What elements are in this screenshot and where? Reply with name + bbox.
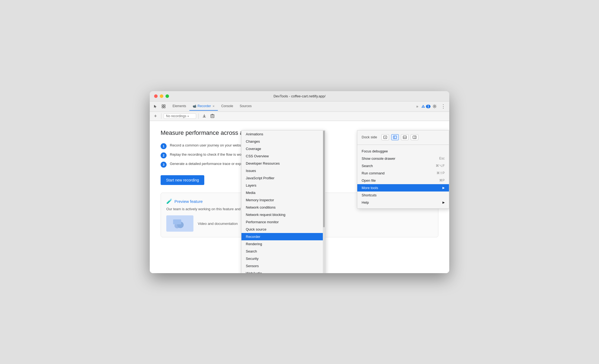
svg-rect-3 [164, 107, 165, 108]
recordings-dropdown[interactable]: No recordings ▾ [164, 113, 196, 119]
context-item-focus-debuggee[interactable]: Focus debuggee [357, 148, 449, 155]
context-item-more-tools[interactable]: More tools▶ [357, 184, 449, 191]
dock-right-btn[interactable] [411, 134, 418, 140]
svg-rect-13 [173, 219, 181, 224]
more-tools-item-network-request-blocking[interactable]: Network request blocking [241, 211, 325, 218]
shortcut-open-file: ⌘P [439, 178, 445, 182]
dock-undock-btn[interactable] [381, 134, 389, 140]
start-recording-btn[interactable]: Start new recording [161, 175, 204, 185]
step-num-3: 3 [161, 162, 167, 168]
svg-rect-1 [164, 105, 165, 106]
context-item-help[interactable]: Help▶ [357, 199, 449, 206]
svg-rect-20 [415, 136, 416, 139]
context-item-run-command[interactable]: Run command⌘⇧P [357, 170, 449, 177]
more-menu-btn[interactable]: ⋮ [439, 103, 447, 110]
context-items-list: Focus debuggeeShow console drawerEscSear… [357, 148, 449, 206]
recorder-toolbar: + No recordings ▾ [150, 112, 449, 121]
add-recording-btn[interactable]: + [152, 113, 159, 120]
step-3-text: Generate a detailed performance trace or… [170, 162, 251, 166]
svg-rect-7 [211, 115, 214, 118]
more-tools-item-sensors[interactable]: Sensors [241, 262, 325, 270]
more-tools-item-animations[interactable]: Animations [241, 130, 325, 138]
more-tools-item-performance-monitor[interactable]: Performance monitor [241, 218, 325, 226]
context-item-open-file[interactable]: Open file⌘P [357, 177, 449, 184]
more-tabs-btn[interactable]: » [413, 103, 421, 110]
settings-btn[interactable] [431, 103, 438, 110]
step-num-2: 2 [161, 152, 167, 158]
video-doc-label: Video and documentation [198, 222, 238, 226]
recorder-icon: 📹 [193, 104, 196, 108]
svg-rect-16 [393, 136, 395, 139]
more-tools-item-javascript-profiler[interactable]: JavaScript Profiler [241, 174, 325, 182]
svg-rect-0 [162, 105, 163, 106]
more-tools-item-recorder[interactable]: Recorder [241, 233, 325, 240]
inspect-icon-btn[interactable] [160, 103, 167, 110]
tabs-bar: Elements 📹 Recorder ✕ Console Sources » [150, 101, 449, 112]
context-item-shortcuts[interactable]: Shortcuts [357, 191, 449, 199]
close-traffic-light[interactable] [154, 94, 158, 98]
dock-left-btn[interactable] [391, 134, 399, 140]
window-title: DevTools - coffee-cart.netlify.app/ [273, 94, 326, 98]
more-tools-dropdown: AnimationsChangesCoverageCSS OverviewDev… [241, 130, 325, 273]
devtools-window: DevTools - coffee-cart.netlify.app/ [150, 91, 449, 273]
more-tools-item-memory-inspector[interactable]: Memory Inspector [241, 196, 325, 204]
more-tools-item-security[interactable]: Security [241, 255, 325, 262]
delete-btn[interactable] [209, 113, 216, 120]
dropdown-scrollbar[interactable] [323, 130, 325, 273]
flask-icon: 🧪 [166, 198, 172, 204]
more-tools-item-quick-source[interactable]: Quick source [241, 226, 325, 233]
recorder-close-icon[interactable]: ✕ [212, 105, 215, 108]
toolbar-divider [161, 113, 161, 119]
shortcut-show-console-drawer: Esc [439, 157, 445, 160]
tabs-right-area: » 1 [413, 103, 447, 110]
dock-section: Dock side [357, 130, 449, 144]
more-tools-item-search[interactable]: Search [241, 248, 325, 255]
more-tools-item-issues[interactable]: Issues [241, 167, 325, 174]
scrollbar-thumb [323, 131, 325, 227]
tab-elements[interactable]: Elements [169, 102, 189, 111]
issues-badge-btn[interactable]: 1 [422, 103, 430, 110]
traffic-lights [154, 94, 169, 98]
step-1-text: Record a common user journey on your web… [170, 143, 252, 147]
context-item-search[interactable]: Search⌘⌥F [357, 162, 449, 170]
dropdown-arrow-icon: ▾ [187, 115, 189, 118]
dock-side-row: Dock side [357, 133, 449, 142]
devtools-body: Elements 📹 Recorder ✕ Console Sources » [150, 101, 449, 273]
preview-thumbnail [166, 215, 193, 232]
shortcut-search: ⌘⌥F [436, 164, 445, 168]
menu-items: AnimationsChangesCoverageCSS OverviewDev… [241, 130, 325, 273]
tab-console[interactable]: Console [218, 102, 236, 111]
more-tools-item-css-overview[interactable]: CSS Overview [241, 152, 325, 160]
svg-rect-2 [162, 107, 163, 108]
more-tools-item-layers[interactable]: Layers [241, 182, 325, 189]
dock-side-label: Dock side [362, 135, 377, 139]
dock-bottom-btn[interactable] [401, 134, 409, 140]
tab-icon-area [152, 103, 167, 110]
more-tools-item-coverage[interactable]: Coverage [241, 145, 325, 152]
more-tools-item-rendering[interactable]: Rendering [241, 240, 325, 248]
issues-badge: 1 [426, 105, 431, 108]
submenu-arrow-icon: ▶ [442, 201, 445, 204]
tab-sources[interactable]: Sources [236, 102, 255, 111]
minimize-traffic-light[interactable] [160, 94, 163, 98]
step-num-1: 1 [161, 143, 167, 149]
fullscreen-traffic-light[interactable] [165, 94, 169, 98]
toolbar-divider2 [198, 113, 199, 119]
svg-point-6 [434, 106, 435, 107]
titlebar: DevTools - coffee-cart.netlify.app/ [150, 91, 449, 101]
more-tools-item-developer-resources[interactable]: Developer Resources [241, 160, 325, 167]
more-tools-item-network-conditions[interactable]: Network conditions [241, 204, 325, 211]
export-btn[interactable] [201, 113, 208, 120]
step-2-text: Replay the recording to check if the flo… [170, 152, 249, 157]
shortcut-run-command: ⌘⇧P [436, 171, 445, 175]
submenu-arrow-icon: ▶ [442, 186, 445, 190]
context-menu: Dock side [357, 130, 449, 209]
more-tools-item-changes[interactable]: Changes [241, 138, 325, 145]
context-divider-1 [357, 145, 449, 145]
svg-point-5 [423, 107, 423, 107]
tab-recorder[interactable]: 📹 Recorder ✕ [189, 102, 218, 111]
more-tools-item-media[interactable]: Media [241, 189, 325, 196]
context-item-show-console-drawer[interactable]: Show console drawerEsc [357, 155, 449, 162]
cursor-icon-btn[interactable] [152, 103, 159, 110]
more-tools-item-webaudio[interactable]: WebAudio [241, 270, 325, 273]
